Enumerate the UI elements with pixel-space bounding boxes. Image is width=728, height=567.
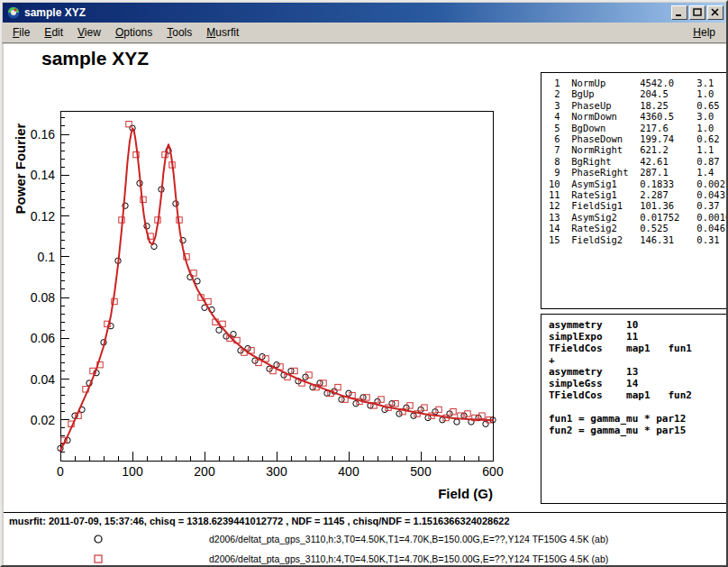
svg-text:0.1: 0.1 [38,250,56,264]
svg-text:0.04: 0.04 [31,372,55,387]
root-canvas: sample XYZ 01002003004005006000.020.040.… [4,44,728,567]
minimize-icon [675,8,684,17]
svg-text:Field (G): Field (G) [438,486,493,501]
parameters-text: 1 NormUp 4542.0 3.1 2 BgUp 204.5 1.0 3 P… [549,78,727,245]
svg-text:0.02: 0.02 [31,413,55,427]
svg-text:500: 500 [410,464,432,479]
svg-text:100: 100 [122,464,143,479]
maximize-icon [693,8,702,17]
menu-items: FileEditViewOptionsToolsMusrfit [5,23,686,41]
close-button[interactable] [707,5,723,20]
menu-help[interactable]: Help [686,23,723,41]
legend-label: d2006/deltat_pta_gps_3110,h:4,T0=4.50K,T… [209,553,608,564]
svg-text:0.14: 0.14 [31,168,55,182]
app-icon [6,5,21,20]
svg-text:300: 300 [266,464,287,479]
svg-text:0.16: 0.16 [31,127,55,142]
fit-stats: musrfit: 2011-07-09, 15:37:46, chisq = 1… [9,516,510,526]
menubar: FileEditViewOptionsToolsMusrfit Help [2,23,726,43]
divider-line [4,512,728,513]
svg-text:Power Fourier: Power Fourier [13,123,28,214]
app-window: sample XYZ FileEditViewOptionsToolsMusrf… [0,0,728,567]
legend-label: d2006/deltat_pta_gps_3110,h:3,T0=4.50K,T… [209,534,608,544]
legend-entry: d2006/deltat_pta_gps_3110,h:4,T0=4.50K,T… [4,549,728,567]
theory-box: asymmetry 10 simplExpo 11 TFieldCos map1… [541,314,728,504]
close-icon [711,8,720,17]
svg-text:400: 400 [338,464,359,479]
parameters-box: 1 NormUp 4542.0 3.1 2 BgUp 204.5 1.0 3 P… [541,72,728,309]
circle-marker-icon [91,532,105,546]
menu-options[interactable]: Options [108,23,159,41]
svg-text:0.08: 0.08 [31,290,55,305]
menu-musrfit[interactable]: Musrfit [199,23,246,41]
legend-entry: d2006/deltat_pta_gps_3110,h:3,T0=4.50K,T… [4,529,728,549]
menu-file[interactable]: File [5,23,37,41]
svg-text:600: 600 [482,464,504,479]
svg-text:0.06: 0.06 [31,331,55,345]
window-title: sample XYZ [24,6,671,19]
menu-view[interactable]: View [70,23,108,41]
theory-text: asymmetry 10 simplExpo 11 TFieldCos map1… [549,319,727,436]
minimize-button[interactable] [671,5,687,20]
titlebar[interactable]: sample XYZ [3,3,725,23]
svg-text:200: 200 [194,464,215,479]
window-controls [671,5,723,20]
maximize-button[interactable] [689,5,705,20]
legend: d2006/deltat_pta_gps_3110,h:3,T0=4.50K,T… [4,529,728,567]
svg-text:0.12: 0.12 [31,209,55,224]
svg-text:0: 0 [57,464,64,479]
menu-tools[interactable]: Tools [159,23,199,41]
menu-edit[interactable]: Edit [37,23,70,41]
square-marker-icon [91,552,105,566]
